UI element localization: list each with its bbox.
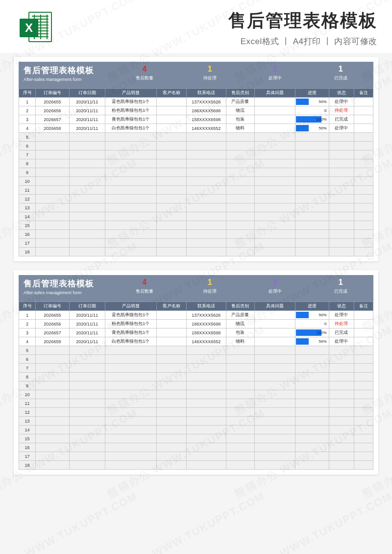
table-cell: 1: [19, 98, 36, 106]
stat-block: 1已完成: [308, 62, 374, 88]
column-header: 备注: [354, 89, 373, 98]
table-cell: [105, 364, 156, 373]
table-cell: [226, 417, 255, 426]
table-cell: [36, 159, 69, 168]
stat-block: 1待处理: [177, 62, 243, 88]
table-cell: 2020/11/11: [69, 98, 105, 106]
page-title: 售后管理表格模板: [64, 9, 377, 33]
table-cell: [156, 434, 186, 443]
table-cell: [329, 364, 354, 373]
table-cell: 8: [19, 159, 36, 168]
table-cell: [354, 381, 373, 390]
table-cell: 10: [19, 390, 36, 399]
table-cell: 2026656: [36, 320, 69, 328]
stat-value: 2: [243, 278, 308, 287]
table-cell: [69, 355, 105, 364]
table-cell: 包装: [226, 328, 255, 337]
form-title: 售后管理表格模板: [24, 65, 107, 76]
table-cell: [36, 461, 69, 470]
table-cell: [329, 417, 354, 426]
table-cell: [69, 452, 105, 461]
table-cell: [255, 311, 295, 320]
table-cell: 14: [19, 426, 36, 434]
table-cell: [354, 221, 373, 230]
table-cell: [105, 426, 156, 434]
table-cell: [226, 133, 255, 142]
table-cell: [295, 230, 329, 239]
progress-value: 50%: [295, 313, 328, 317]
table-cell: [329, 434, 354, 443]
table-cell: [354, 168, 373, 177]
table-cell: [36, 452, 69, 461]
table-cell: [105, 195, 156, 203]
table-cell: [36, 417, 69, 426]
stat-block: 2处理中: [243, 275, 308, 302]
table-cell: 18: [19, 461, 36, 470]
column-header: 客户名称: [156, 302, 186, 311]
watermark-text: 熊猫办公 WWW.TUKUPPT.COM: [0, 489, 140, 554]
status-cell: 处理中: [329, 98, 354, 106]
table-cell: 2: [19, 106, 36, 115]
table-cell: [36, 390, 69, 399]
stat-value: 2: [243, 65, 308, 74]
table-cell: [226, 390, 255, 399]
table-cell: [69, 443, 105, 452]
table-cell: [226, 399, 255, 408]
table-cell: [255, 346, 295, 355]
table-cell: [226, 221, 255, 230]
table-cell: [156, 221, 186, 230]
table-cell: 146XXXX6552: [186, 124, 226, 133]
table-cell: [105, 203, 156, 212]
table-cell: 158XXXX6598: [186, 115, 226, 124]
table-cell: [295, 248, 329, 256]
table-cell: [156, 195, 186, 203]
table-cell: [354, 328, 373, 337]
stat-value: 4: [112, 65, 177, 74]
table-cell: [186, 239, 226, 248]
table-cell: [226, 434, 255, 443]
table-cell: [255, 328, 295, 337]
table-cell: [186, 399, 226, 408]
table-cell: [329, 186, 354, 195]
table-cell: [156, 230, 186, 239]
table-cell: [329, 221, 354, 230]
table-cell: [69, 177, 105, 186]
table-row: 16: [19, 443, 373, 452]
table-cell: [329, 461, 354, 470]
table-cell: [156, 142, 186, 151]
progress-value: 50%: [295, 100, 328, 104]
table-row: 320266572020/11/11黄色凯蒂猫包包1个158XXXX6598包装…: [19, 328, 373, 337]
table-cell: [226, 195, 255, 203]
table-cell: [295, 461, 329, 470]
table-cell: [156, 133, 186, 142]
page-subtitle: Excel格式 丨 A4打印 丨 内容可修改: [64, 36, 377, 47]
table-cell: [226, 452, 255, 461]
table-cell: [105, 159, 156, 168]
table-cell: [354, 124, 373, 133]
table-cell: [156, 452, 186, 461]
table-cell: [295, 239, 329, 248]
table-cell: 2026657: [36, 328, 69, 337]
table-cell: [156, 364, 186, 373]
table-cell: [156, 212, 186, 221]
after-sales-table: 序号订单编号订单日期产品明显客户名称联系电话售后类别具体问题进度状态备注1202…: [19, 88, 373, 256]
table-cell: [354, 337, 373, 346]
column-header: 序号: [19, 89, 36, 98]
sheet-preview-1: 售后管理表格模板After-sales management form4售后数量…: [14, 57, 378, 261]
table-cell: [295, 443, 329, 452]
table-row: 7: [19, 364, 373, 373]
table-cell: [255, 221, 295, 230]
table-cell: [105, 248, 156, 256]
table-cell: [354, 417, 373, 426]
table-cell: [69, 408, 105, 417]
table-cell: [186, 426, 226, 434]
table-cell: [105, 461, 156, 470]
table-cell: [295, 390, 329, 399]
table-cell: [186, 355, 226, 364]
table-cell: [255, 426, 295, 434]
form-subtitle: After-sales management form: [24, 77, 107, 82]
table-cell: 黄色凯蒂猫包包1个: [105, 115, 156, 124]
table-cell: [186, 212, 226, 221]
table-cell: [226, 461, 255, 470]
table-row: 11: [19, 186, 373, 195]
